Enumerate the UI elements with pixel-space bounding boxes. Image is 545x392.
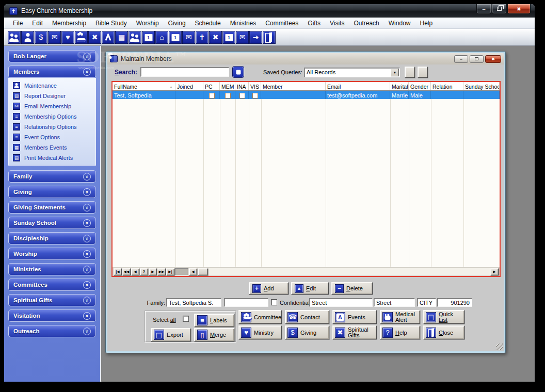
menu-visits[interactable]: Visits bbox=[325, 18, 349, 28]
street1-field[interactable]: Street bbox=[309, 298, 373, 307]
query-tool-button-1[interactable] bbox=[405, 67, 415, 78]
hscroll-thumb[interactable] bbox=[198, 268, 208, 275]
sidebar-section-ministries[interactable]: Ministries» bbox=[8, 263, 96, 275]
toolbar-calendar-button[interactable]: 1 bbox=[169, 31, 182, 44]
toolbar-email2-button[interactable]: ✉ bbox=[182, 31, 195, 44]
sidebar-item-maintenance[interactable]: Maintenance bbox=[9, 80, 95, 91]
sidebar-section-family[interactable]: Family» bbox=[8, 170, 96, 183]
spiritual-gifts-button[interactable]: ✖ SpiritualGifts bbox=[332, 325, 377, 339]
sidebar-item-membership-options[interactable]: ≡Membership Options bbox=[9, 111, 95, 122]
sidebar-section-giving-statements[interactable]: Giving Statements» bbox=[8, 201, 96, 214]
column-header-mem[interactable]: MEM bbox=[220, 82, 235, 90]
nav-fast-prev-button[interactable]: ◀◀ bbox=[122, 268, 131, 275]
menu-ministries[interactable]: Ministries bbox=[226, 18, 261, 28]
search-go-button[interactable] bbox=[232, 66, 244, 78]
toolbar-email-button[interactable]: ✉ bbox=[48, 31, 61, 44]
sidebar-item-report-designer[interactable]: ▤Report Designer bbox=[9, 91, 95, 101]
contact-button[interactable]: ☎ Contact bbox=[285, 310, 329, 324]
ministry-button[interactable]: ♥ Ministry bbox=[238, 325, 282, 339]
menu-bible-study[interactable]: Bible Study bbox=[91, 18, 132, 28]
sidebar-section-giving[interactable]: Giving» bbox=[8, 186, 96, 198]
vis-checkbox[interactable] bbox=[252, 93, 258, 99]
toolbar-calendar-clock-button[interactable]: 1 bbox=[142, 31, 155, 44]
chevron-down-icon[interactable]: » bbox=[83, 235, 91, 242]
events-button[interactable]: A Events bbox=[332, 310, 377, 324]
family-second-field[interactable] bbox=[224, 298, 268, 307]
toolbar-committee-button[interactable] bbox=[75, 31, 88, 44]
chevron-down-icon[interactable]: » bbox=[83, 188, 91, 196]
sidebar-item-email-membership[interactable]: ✉Email Membership bbox=[9, 101, 95, 111]
city-field[interactable]: CITY bbox=[417, 298, 436, 307]
street2-field[interactable]: Street bbox=[374, 298, 415, 307]
zip-field[interactable]: 901290 bbox=[437, 298, 472, 307]
confidential-checkbox[interactable] bbox=[271, 299, 277, 305]
hscroll-left-button[interactable]: ◀ bbox=[189, 268, 197, 275]
hscroll-right-button[interactable]: ▶ bbox=[490, 268, 499, 275]
close-window-button[interactable]: Close bbox=[423, 325, 464, 339]
sidebar-section-discipleship[interactable]: Discipleship» bbox=[8, 232, 96, 244]
sidebar-section-worship[interactable]: Worship» bbox=[8, 248, 96, 260]
saved-queries-dropdown[interactable]: All Records ▼ bbox=[304, 68, 400, 77]
nav-fast-next-button[interactable]: ▶▶ bbox=[157, 268, 166, 275]
menu-schedule[interactable]: Schedule bbox=[190, 18, 226, 28]
edit-button[interactable]: ▲ Edit bbox=[291, 282, 329, 295]
column-header-relation[interactable]: Relation bbox=[431, 82, 463, 90]
menu-outreach[interactable]: Outreach bbox=[349, 18, 383, 28]
menu-giving[interactable]: Giving bbox=[164, 18, 190, 28]
nav-prev-button[interactable]: ◀ bbox=[131, 268, 139, 275]
menu-worship[interactable]: Worship bbox=[132, 18, 164, 28]
committee-button[interactable]: Committee bbox=[238, 310, 282, 324]
close-button[interactable]: ✖ bbox=[507, 4, 531, 14]
family-name-field[interactable]: Test, Softpedia S. bbox=[166, 298, 221, 307]
toolbar-tools-button[interactable]: ✖ bbox=[88, 31, 101, 44]
chevron-down-icon[interactable]: » bbox=[83, 250, 91, 258]
toolbar-home-button[interactable]: ⌂ bbox=[155, 31, 168, 44]
medical-alert-button[interactable]: MedicalAlert bbox=[380, 310, 420, 324]
chevron-down-icon[interactable]: » bbox=[83, 219, 91, 227]
column-header-vis[interactable]: VIS bbox=[249, 82, 261, 90]
dropdown-arrow-button[interactable]: ▼ bbox=[391, 69, 399, 76]
chevron-down-icon[interactable]: » bbox=[83, 297, 91, 304]
column-header-joined[interactable]: Joined bbox=[175, 82, 203, 90]
menu-file[interactable]: File bbox=[8, 18, 27, 28]
ina-checkbox[interactable] bbox=[239, 93, 245, 99]
chevron-down-icon[interactable]: » bbox=[83, 173, 91, 181]
members-grid[interactable]: FullName▲ Joined PC MEM INA VIS Member E… bbox=[111, 81, 501, 277]
nav-first-button[interactable]: |◀ bbox=[114, 268, 122, 275]
column-header-marital[interactable]: Marital bbox=[390, 82, 409, 90]
toolbar-exit-button[interactable] bbox=[263, 31, 276, 44]
sidebar-section-sunday-school[interactable]: Sunday School» bbox=[8, 217, 96, 229]
menu-help[interactable]: Help bbox=[415, 18, 437, 28]
column-header-sunday-school[interactable]: Sunday School bbox=[463, 82, 500, 90]
child-maximize-button[interactable] bbox=[470, 55, 484, 63]
sidebar-section-committees[interactable]: Committees» bbox=[8, 279, 96, 291]
chevron-down-icon[interactable]: » bbox=[83, 328, 91, 335]
column-header-pc[interactable]: PC bbox=[203, 82, 220, 90]
select-all-checkbox[interactable] bbox=[183, 316, 189, 322]
toolbar-visits-button[interactable]: ➔ bbox=[249, 31, 262, 44]
toolbar-church-button[interactable]: ✝ bbox=[196, 31, 209, 44]
toolbar-worship-button[interactable]: ♥ bbox=[61, 31, 74, 44]
menu-gifts[interactable]: Gifts bbox=[303, 18, 325, 28]
column-header-gender[interactable]: Gender bbox=[409, 82, 431, 90]
sidebar-section-members[interactable]: Members » bbox=[8, 66, 96, 78]
toolbar-prayer-button[interactable] bbox=[102, 31, 115, 44]
toolbar-giving-button[interactable]: $ bbox=[35, 31, 47, 44]
sidebar-section-outreach[interactable]: Outreach» bbox=[8, 325, 96, 337]
labels-button[interactable]: ≡ Labels bbox=[194, 314, 234, 327]
delete-button[interactable]: − Delete bbox=[331, 282, 373, 295]
sidebar-section-visitation[interactable]: Visitation» bbox=[8, 309, 96, 322]
toolbar-people-button[interactable] bbox=[129, 31, 141, 44]
chevron-down-icon[interactable]: » bbox=[83, 53, 91, 60]
quick-list-button[interactable]: ▤ QuickList bbox=[423, 310, 464, 324]
hscroll-track[interactable] bbox=[209, 268, 490, 275]
chevron-up-icon[interactable]: » bbox=[83, 68, 91, 76]
nav-search-button[interactable]: ? bbox=[140, 268, 148, 275]
sidebar-item-members-events[interactable]: ▦Members Events bbox=[9, 142, 95, 153]
menu-window[interactable]: Window bbox=[384, 18, 415, 28]
sidebar-section-spiritual-gifts[interactable]: Spiritual Gifts» bbox=[8, 294, 96, 306]
chevron-down-icon[interactable]: » bbox=[83, 312, 91, 320]
maximize-button[interactable] bbox=[492, 4, 507, 14]
chevron-down-icon[interactable]: » bbox=[83, 204, 91, 211]
column-header-fullname[interactable]: FullName▲ bbox=[113, 82, 175, 90]
